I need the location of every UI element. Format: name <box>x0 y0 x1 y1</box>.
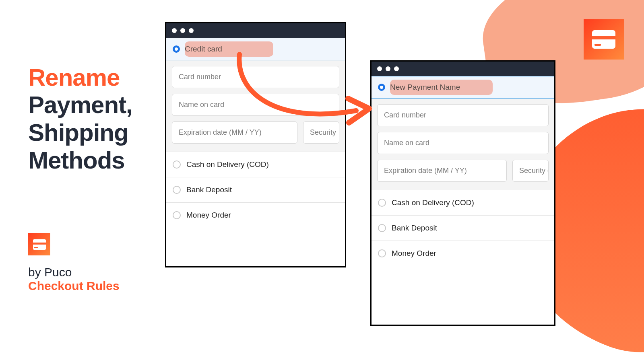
svg-rect-2 <box>594 44 601 46</box>
payment-method-label: Credit card <box>185 45 222 53</box>
security-code-field[interactable]: Security <box>303 121 339 144</box>
window-control-dot[interactable] <box>386 66 390 71</box>
payment-method-label: Cash on Delivery (COD) <box>186 160 269 169</box>
payment-method-option[interactable]: Bank Deposit <box>372 216 554 241</box>
credit-card-icon <box>584 19 624 60</box>
payment-method-label: Bank Deposit <box>186 185 232 194</box>
window-control-dot[interactable] <box>172 28 177 33</box>
card-number-field[interactable]: Card number <box>377 104 549 126</box>
payment-method-option[interactable]: Money Order <box>166 203 345 228</box>
radio-unselected-icon <box>173 160 181 169</box>
payment-method-label: Bank Deposit <box>392 224 437 232</box>
byline-product: Checkout Rules <box>28 279 120 293</box>
svg-rect-5 <box>34 247 38 248</box>
heading-line-2: Payment, <box>28 91 132 119</box>
payment-method-label: Money Order <box>186 211 231 220</box>
expiration-field[interactable]: Expiration date (MM / YY) <box>172 121 297 144</box>
byline: by Puco Checkout Rules <box>28 265 120 293</box>
byline-author: by Puco <box>28 265 120 279</box>
page-title: Rename Payment, Shipping Methods <box>28 64 132 174</box>
window-control-dot[interactable] <box>180 28 185 33</box>
svg-rect-4 <box>33 243 46 245</box>
expiration-field[interactable]: Expiration date (MM / YY) <box>377 160 507 182</box>
card-number-field[interactable]: Card number <box>172 66 339 88</box>
name-on-card-field[interactable]: Name on card <box>377 132 549 154</box>
payment-method-selected[interactable]: New Payment Name <box>372 76 554 99</box>
payment-method-label: Cash on Delivery (COD) <box>392 198 474 207</box>
radio-unselected-icon <box>173 186 181 194</box>
name-on-card-field[interactable]: Name on card <box>172 94 339 116</box>
credit-card-icon <box>28 233 50 255</box>
card-form: Card number Name on card Expiration date… <box>166 60 345 152</box>
payment-method-option[interactable]: Cash on Delivery (COD) <box>372 190 554 216</box>
payment-method-label: Money Order <box>392 249 436 258</box>
window-control-dot[interactable] <box>189 28 194 33</box>
radio-selected-icon <box>173 45 180 53</box>
checkout-window-before: Credit card Card number Name on card Exp… <box>165 22 346 267</box>
radio-unselected-icon <box>378 249 386 257</box>
heading-line-1: Rename <box>28 64 132 91</box>
payment-method-selected[interactable]: Credit card <box>166 38 345 60</box>
payment-method-label: New Payment Name <box>390 83 460 92</box>
payment-method-option[interactable]: Bank Deposit <box>166 177 345 203</box>
card-form: Card number Name on card Expiration date… <box>372 99 554 190</box>
svg-rect-1 <box>592 36 615 39</box>
radio-unselected-icon <box>378 224 386 232</box>
window-titlebar <box>166 23 345 38</box>
radio-unselected-icon <box>173 211 181 219</box>
checkout-window-after: New Payment Name Card number Name on car… <box>370 60 555 326</box>
security-code-field[interactable]: Security c <box>512 160 549 182</box>
payment-method-option[interactable]: Money Order <box>372 241 554 266</box>
heading-line-4: Methods <box>28 146 132 174</box>
window-control-dot[interactable] <box>394 66 399 71</box>
payment-method-option[interactable]: Cash on Delivery (COD) <box>166 152 345 177</box>
radio-unselected-icon <box>378 199 386 207</box>
radio-selected-icon <box>378 84 385 91</box>
heading-line-3: Shipping <box>28 119 132 146</box>
window-control-dot[interactable] <box>377 66 382 71</box>
window-titlebar <box>372 62 554 76</box>
